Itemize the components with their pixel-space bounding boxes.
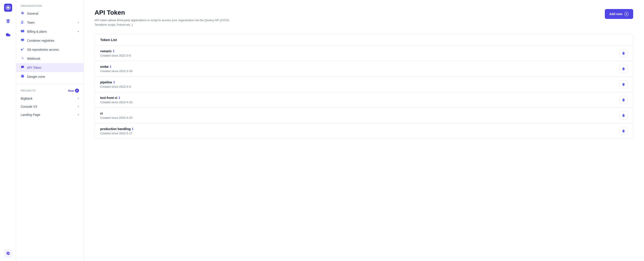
sidebar-item-container-registries[interactable]: Container registries — [16, 36, 84, 45]
api-token-label: API Token — [27, 66, 79, 69]
delete-token-button[interactable] — [620, 80, 628, 88]
token-items-list: romaric ℹ Created since 2022-3-6 erebe ℹ… — [95, 46, 633, 139]
danger-zone-icon — [21, 74, 24, 79]
token-name: romaric ℹ — [100, 49, 131, 53]
token-info: ci Created since 2022-4-23 — [100, 112, 132, 119]
org-section-label: ORGANIZATION — [16, 0, 84, 9]
projects-header: PROJECTS New + — [16, 87, 84, 94]
new-project-label: New — [68, 89, 74, 92]
cloud-nav-icon[interactable] — [4, 31, 12, 39]
page-title: API Token — [94, 9, 234, 16]
webhook-icon — [21, 56, 24, 61]
general-icon — [21, 11, 24, 16]
sidebar-item-danger-zone[interactable]: Danger zone — [16, 72, 84, 81]
add-new-plus-icon: + — [624, 12, 629, 16]
page-title-group: API Token API token allows third-party a… — [94, 9, 234, 27]
bigbank-label: BigBank — [21, 97, 75, 100]
delete-token-button[interactable] — [620, 96, 628, 104]
svg-marker-1 — [7, 7, 9, 9]
sidebar-item-webhook[interactable]: Webhook — [16, 54, 84, 63]
api-token-icon — [21, 65, 24, 70]
token-name: production handling ℹ — [100, 127, 133, 131]
token-item: pipeline ℹ Created since 2022-4-9 — [95, 77, 633, 92]
bottom-settings-icon[interactable] — [4, 249, 12, 257]
add-new-label: Add new — [609, 12, 622, 16]
app-logo[interactable] — [4, 4, 12, 12]
token-info: romaric ℹ Created since 2022-3-6 — [100, 49, 131, 57]
billing-chevron: ▾ — [78, 30, 79, 33]
info-icon[interactable]: ℹ — [132, 127, 133, 131]
token-info: erebe ℹ Created since 2022-3-28 — [100, 65, 132, 73]
token-list-container: Token List romaric ℹ Created since 2022-… — [94, 34, 633, 139]
info-icon[interactable]: ℹ — [119, 96, 120, 100]
sidebar: ORGANIZATION General Team ▾ Billing & pl… — [16, 0, 84, 261]
webhook-label: Webhook — [27, 57, 79, 60]
token-info: test front ci ℹ Created since 2022-4-23 — [100, 96, 132, 104]
delete-token-button[interactable] — [620, 49, 628, 57]
token-item: production handling ℹ Created since 2022… — [95, 123, 633, 139]
token-info: production handling ℹ Created since 2022… — [100, 127, 133, 135]
token-list-header: Token List — [95, 34, 633, 46]
token-date: Created since 2022-4-9 — [100, 85, 131, 88]
info-icon[interactable]: ℹ — [113, 49, 114, 53]
sidebar-item-git-repos[interactable]: Git repositories access — [16, 45, 84, 54]
svg-rect-6 — [22, 42, 23, 42]
page-header: API Token API token allows third-party a… — [94, 9, 633, 27]
sidebar-item-console-v3[interactable]: Console V3 ▾ — [16, 103, 84, 111]
token-name: test front ci ℹ — [100, 96, 132, 100]
token-item: erebe ℹ Created since 2022-3-28 — [95, 61, 633, 77]
token-date: Created since 2022-3-28 — [100, 69, 132, 73]
billing-icon — [21, 29, 24, 34]
landing-page-chevron: ▾ — [78, 113, 79, 116]
token-item: ci Created since 2022-4-23 — [95, 108, 633, 123]
svg-rect-5 — [21, 39, 24, 41]
git-repos-icon — [21, 47, 24, 52]
git-repos-label: Git repositories access — [27, 48, 79, 51]
sidebar-item-billing[interactable]: Billing & plans ▾ — [16, 27, 84, 36]
landing-page-label: Landing Page — [21, 113, 75, 117]
team-label: Team — [27, 21, 75, 24]
svg-point-2 — [22, 21, 22, 22]
main-content: API Token API token allows third-party a… — [84, 0, 644, 261]
token-date: Created since 2022-5-17 — [100, 132, 133, 135]
token-item: test front ci ℹ Created since 2022-4-23 — [95, 92, 633, 108]
token-date: Created since 2022-3-6 — [100, 54, 131, 57]
container-registries-label: Container registries — [27, 39, 79, 42]
sidebar-item-general[interactable]: General — [16, 9, 84, 18]
container-registries-icon — [21, 38, 24, 43]
token-date: Created since 2022-4-23 — [100, 101, 132, 104]
projects-section-label: PROJECTS — [21, 89, 36, 92]
danger-zone-label: Danger zone — [27, 75, 79, 78]
add-new-button[interactable]: Add new + — [605, 9, 633, 19]
token-info: pipeline ℹ Created since 2022-4-9 — [100, 81, 131, 88]
billing-label: Billing & plans — [27, 30, 75, 33]
console-v3-chevron: ▾ — [78, 105, 79, 108]
bigbank-chevron: ▾ — [78, 97, 79, 100]
info-icon[interactable]: ℹ — [114, 81, 114, 84]
sidebar-item-api-token[interactable]: API Token — [16, 63, 84, 72]
token-name: pipeline ℹ — [100, 81, 131, 84]
info-icon[interactable]: ℹ — [110, 65, 111, 69]
team-chevron: ▾ — [78, 21, 79, 24]
page-description: API token allows third-party application… — [94, 18, 234, 27]
layers-nav-icon[interactable] — [4, 17, 12, 25]
delete-token-button[interactable] — [620, 111, 628, 119]
svg-rect-3 — [21, 30, 24, 33]
token-name: erebe ℹ — [100, 65, 132, 69]
sidebar-item-landing-page[interactable]: Landing Page ▾ — [16, 111, 84, 119]
sidebar-divider — [16, 84, 84, 84]
new-project-button[interactable]: New + — [68, 89, 79, 93]
icon-bar — [0, 0, 16, 261]
token-date: Created since 2022-4-23 — [100, 116, 132, 119]
delete-token-button[interactable] — [620, 65, 628, 73]
new-project-plus-icon: + — [75, 89, 79, 93]
sidebar-item-team[interactable]: Team ▾ — [16, 18, 84, 27]
token-name: ci — [100, 112, 132, 115]
team-icon — [21, 20, 24, 25]
sidebar-item-bigbank[interactable]: BigBank ▾ — [16, 94, 84, 103]
general-label: General — [27, 12, 79, 15]
token-item: romaric ℹ Created since 2022-3-6 — [95, 46, 633, 61]
delete-token-button[interactable] — [620, 127, 628, 135]
console-v3-label: Console V3 — [21, 105, 75, 108]
